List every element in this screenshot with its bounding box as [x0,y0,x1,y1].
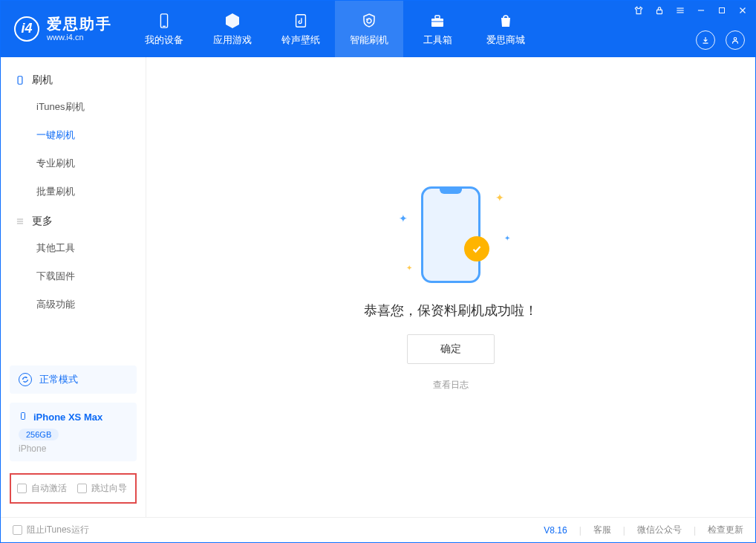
divider: | [623,525,625,536]
device-storage-badge: 256GB [19,429,59,440]
sparkle-icon: ✦ [406,264,412,272]
close-icon[interactable] [737,5,748,16]
checkbox-icon [77,484,87,493]
view-log-link[interactable]: 查看日志 [433,379,469,391]
tab-label: 爱思商城 [486,33,525,47]
svg-rect-15 [18,77,22,85]
checkbox-icon [17,484,27,493]
support-link[interactable]: 客服 [593,524,611,536]
divider: | [579,525,581,536]
svg-point-14 [734,38,737,41]
wechat-link[interactable]: 微信公众号 [637,524,682,536]
window-controls-top [633,5,748,16]
app-logo-icon: i4 [14,16,39,42]
shopping-bag-icon [496,11,515,30]
maximize-icon[interactable] [717,5,727,16]
tab-ringtone-wallpaper[interactable]: 铃声壁纸 [267,1,335,57]
sidebar-item-batch-flash[interactable]: 批量刷机 [1,178,146,206]
sidebar-head-more: 更多 [1,209,146,234]
sparkle-icon: ✦ [495,192,504,204]
svg-rect-3 [431,19,443,27]
titlebar: i4 爱思助手 www.i4.cn 我的设备 应用游戏 铃声壁纸 智能刷机 [1,1,755,57]
download-button[interactable] [696,30,715,50]
music-file-icon [291,11,310,30]
menu-icon[interactable] [675,5,685,16]
checkbox-block-itunes[interactable]: 阻止iTunes运行 [13,524,89,536]
check-update-link[interactable]: 检查更新 [708,524,743,536]
sidebar: 刷机 iTunes刷机 一键刷机 专业刷机 批量刷机 更多 其他工具 下载固件 … [1,57,146,517]
main-panel: ✦ ✦ ✦ ✦ 恭喜您，保资料刷机成功啦！ 确定 查看日志 [146,57,755,517]
divider: | [694,525,696,536]
lock-icon[interactable] [654,5,665,16]
tab-label: 铃声壁纸 [281,33,320,47]
sidebar-spacer [1,322,146,361]
checkbox-label: 阻止iTunes运行 [27,524,89,536]
tab-toolbox[interactable]: 工具箱 [403,1,472,57]
main-tabs: 我的设备 应用游戏 铃声壁纸 智能刷机 工具箱 爱思商城 [130,1,540,57]
app-title: 爱思助手 [47,16,112,33]
content-area: 刷机 iTunes刷机 一键刷机 专业刷机 批量刷机 更多 其他工具 下载固件 … [1,57,755,517]
sidebar-group-title: 更多 [32,215,53,228]
tab-label: 工具箱 [423,33,452,47]
checkbox-icon [13,525,22,535]
checkbox-auto-activate[interactable]: 自动激活 [17,482,67,495]
svg-rect-6 [657,10,662,13]
checkbox-skip-wizard[interactable]: 跳过向导 [77,482,127,495]
tab-label: 我的设备 [145,33,183,47]
version-label: V8.16 [544,525,567,536]
logo-text: 爱思助手 www.i4.cn [47,16,112,42]
device-line: iPhone XS Max [19,410,128,424]
tshirt-icon[interactable] [633,5,644,16]
svg-rect-4 [435,16,440,19]
svg-rect-0 [160,14,167,27]
cube-icon [223,11,242,30]
sparkle-icon: ✦ [504,234,510,242]
ok-button[interactable]: 确定 [407,334,495,364]
sync-icon [19,373,32,386]
tab-smart-flash[interactable]: 智能刷机 [335,1,403,57]
sidebar-item-advanced[interactable]: 高级功能 [1,290,146,319]
success-illustration: ✦ ✦ ✦ ✦ [391,183,510,287]
sidebar-item-pro-flash[interactable]: 专业刷机 [1,149,146,178]
mode-label: 正常模式 [39,373,78,386]
list-icon [14,215,26,227]
checkbox-label: 跳过向导 [91,482,127,495]
header-action-buttons [696,30,745,50]
tab-apps-games[interactable]: 应用游戏 [198,1,267,57]
statusbar-right: V8.16 | 客服 | 微信公众号 | 检查更新 [544,524,743,536]
sidebar-item-download-firmware[interactable]: 下载固件 [1,262,146,290]
sidebar-group-title: 刷机 [32,74,53,87]
device-info-card[interactable]: iPhone XS Max 256GB iPhone [10,403,137,461]
phone-small-icon [19,410,27,424]
device-small-icon [14,74,26,86]
sidebar-checks-highlighted: 自动激活 跳过向导 [10,473,137,504]
success-check-icon [464,236,489,261]
logo-block: i4 爱思助手 www.i4.cn [1,16,126,42]
sidebar-group-flash: 刷机 iTunes刷机 一键刷机 专业刷机 批量刷机 [1,68,146,209]
refresh-shield-icon [359,11,379,30]
tab-label: 应用游戏 [213,33,252,47]
sidebar-item-other-tools[interactable]: 其他工具 [1,234,146,262]
app-window: i4 爱思助手 www.i4.cn 我的设备 应用游戏 铃声壁纸 智能刷机 [0,0,756,543]
svg-rect-19 [22,413,25,420]
minimize-icon[interactable] [696,5,706,16]
device-name: iPhone XS Max [33,412,102,423]
device-type: iPhone [19,443,128,454]
sidebar-item-oneclick-flash[interactable]: 一键刷机 [1,121,146,149]
device-mode-card[interactable]: 正常模式 [10,365,137,394]
sparkle-icon: ✦ [399,212,408,224]
statusbar: 阻止iTunes运行 V8.16 | 客服 | 微信公众号 | 检查更新 [1,517,755,542]
user-button[interactable] [726,30,745,50]
sidebar-group-more: 更多 其他工具 下载固件 高级功能 [1,209,146,322]
tab-store[interactable]: 爱思商城 [472,1,540,57]
tab-my-device[interactable]: 我的设备 [130,1,198,57]
svg-rect-11 [720,8,725,13]
sidebar-head-flash: 刷机 [1,68,146,93]
phone-illustration-icon [421,186,480,283]
app-subtitle: www.i4.cn [47,33,112,42]
sidebar-item-itunes-flash[interactable]: iTunes刷机 [1,93,146,121]
checkbox-label: 自动激活 [31,482,67,495]
toolbox-icon [428,11,447,30]
tab-label: 智能刷机 [350,33,388,47]
phone-notch [440,188,462,194]
